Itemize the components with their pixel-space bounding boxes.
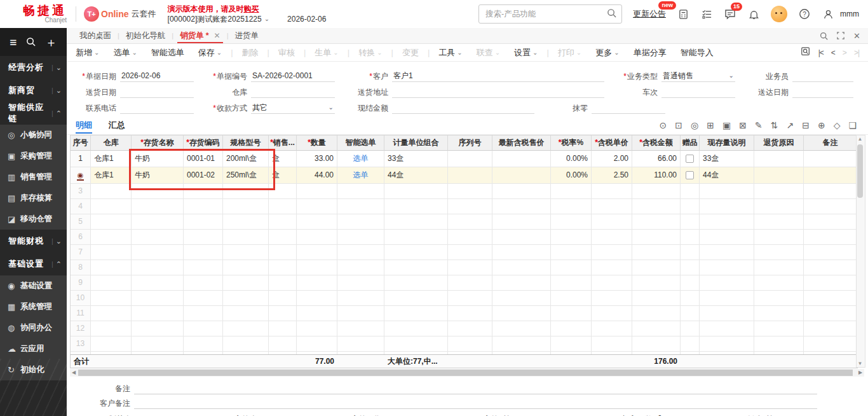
column-header[interactable]: 备注 [804, 135, 857, 151]
search-icon[interactable] [607, 8, 616, 20]
chevron-down-icon[interactable]: ⌄ [329, 102, 334, 113]
form-field-input[interactable]: SA-2026-02-0001 [251, 70, 335, 82]
table-cell[interactable] [804, 151, 857, 167]
gift-checkbox[interactable] [686, 171, 694, 179]
column-header[interactable]: 序号 [71, 135, 91, 151]
table-cell[interactable]: 66.00 [632, 151, 681, 167]
column-header[interactable]: 计量单位组合 [384, 135, 448, 151]
table-cell[interactable]: 牛奶 [132, 167, 184, 184]
toolbar-button-14[interactable]: 单据分享 [634, 47, 667, 59]
column-header[interactable]: *含税单价 [592, 135, 632, 151]
column-header[interactable]: 仓库 [91, 135, 132, 151]
sidebar-item[interactable]: ◪移动仓管 [0, 209, 67, 230]
sidebar-item[interactable]: ◎小畅协同 [0, 125, 67, 146]
footer-field-value[interactable]: 0 [656, 413, 720, 416]
add-menu-icon[interactable]: ＋ [45, 36, 57, 48]
form-field-input[interactable]: 2026-02-06 [120, 70, 194, 82]
form-field-select[interactable]: 其它⌄ [251, 102, 335, 114]
toolbar-button-3[interactable]: 保存⌄ [198, 47, 222, 59]
export-grid-icon[interactable]: ⊟ [802, 121, 810, 130]
table-cell[interactable] [681, 167, 700, 184]
table-cell[interactable]: 44.00 [297, 167, 337, 184]
table-cell[interactable]: 110.00 [632, 167, 681, 184]
horizontal-scroll-thumb[interactable] [78, 370, 853, 376]
form-field-input[interactable] [792, 86, 853, 98]
vertical-scrollbar[interactable]: ▲ ▼ [856, 135, 865, 368]
tab-3[interactable]: 进货单 [230, 28, 264, 43]
scan-bulb-icon[interactable]: ⊡ [675, 121, 682, 130]
table-cell[interactable]: 33盒 [384, 151, 448, 167]
footer-field-value[interactable] [781, 413, 865, 416]
table-cell[interactable]: 44盒 [384, 167, 448, 184]
global-search-input[interactable] [484, 9, 607, 19]
column-header[interactable]: 序列号 [448, 135, 492, 151]
column-header[interactable]: 智能选单 [337, 135, 384, 151]
delete-row-icon[interactable]: ⊠ [739, 121, 747, 130]
column-header[interactable]: 赠品 [681, 135, 700, 151]
table-cell[interactable] [448, 151, 492, 167]
tab-fullscreen-icon[interactable] [837, 31, 844, 41]
sidebar-group-2[interactable]: 智能供应链|⌃ [0, 102, 67, 125]
document-search-icon[interactable] [801, 46, 811, 59]
toolbar-button-15[interactable]: 智能导入 [681, 47, 714, 59]
customer-remark-input[interactable] [134, 398, 817, 409]
add-layout-icon[interactable]: ⊕ [818, 121, 825, 130]
pager-button-1[interactable]: < [831, 48, 835, 57]
vertical-scroll-thumb[interactable] [857, 144, 863, 198]
pager-button-0[interactable]: |< [818, 48, 824, 57]
tab-2[interactable]: 销货单*✕ [175, 28, 225, 43]
account-chevron-icon[interactable]: ⌄ [264, 15, 269, 23]
table-cell[interactable]: 250ml\盒 [223, 167, 269, 184]
edit-row-icon[interactable]: ✎ [755, 121, 763, 130]
toolbar-button-9[interactable]: 工具⌄ [438, 47, 462, 59]
select-order-link[interactable]: 选单 [353, 170, 369, 179]
help-icon[interactable]: ? [798, 8, 811, 20]
table-cell[interactable]: 2.50 [592, 167, 632, 184]
row-number[interactable]: ◉ [71, 167, 91, 184]
calculator-icon[interactable] [677, 8, 689, 20]
sidebar-group-1[interactable]: 新商贸|⌄ [0, 79, 67, 102]
table-cell[interactable]: 33.00 [297, 151, 337, 167]
sidebar-item[interactable]: ▦系统管理 [0, 296, 67, 317]
messages-icon[interactable]: 15 [724, 8, 736, 20]
sidebar-item[interactable]: ▤库存核算 [0, 188, 67, 209]
scroll-up-icon[interactable]: ▲ [857, 136, 864, 142]
sidebar-search-icon[interactable] [26, 36, 36, 48]
subtab-1[interactable]: 汇总 [109, 116, 125, 134]
table-cell[interactable]: 33盒 [700, 151, 754, 167]
sidebar-group-4[interactable]: 基础设置|⌃ [0, 253, 67, 275]
trend-chart-icon[interactable]: ↗ [786, 121, 794, 130]
tab-close-all-icon[interactable]: ✕ [853, 31, 860, 41]
chevron-down-icon[interactable]: ⌄ [729, 70, 734, 81]
subtab-0[interactable]: 明细 [76, 116, 92, 134]
tab-close-icon[interactable]: ✕ [214, 31, 220, 40]
sidebar-item[interactable]: ◉基础设置 [0, 275, 67, 296]
toolbar-button-2[interactable]: 智能选单 [151, 47, 184, 59]
sidebar-item[interactable]: ▣采购管理 [0, 146, 67, 167]
horizontal-scrollbar[interactable]: ◀ ▶ [70, 369, 864, 377]
paste-row-icon[interactable]: ▣ [722, 121, 731, 130]
tab-0[interactable]: 我的桌面 [74, 28, 116, 43]
footer-field-value[interactable] [261, 413, 325, 416]
eraser-icon[interactable]: ◇ [834, 121, 841, 130]
gift-checkbox[interactable] [686, 155, 694, 163]
chevron-up-icon[interactable]: ⌃ [56, 109, 62, 118]
toolbar-button-1[interactable]: 选单⌄ [113, 47, 137, 59]
form-field-input[interactable]: 客户1 [392, 70, 604, 82]
copy-row-icon[interactable]: ⊞ [707, 121, 714, 130]
locate-row-icon[interactable]: ◎ [691, 121, 698, 130]
table-cell[interactable] [754, 167, 804, 184]
chevron-down-icon[interactable]: ⌄ [56, 64, 62, 72]
toolbar-button-11[interactable]: 设置⌄ [514, 47, 538, 59]
table-cell[interactable]: 2.00 [592, 151, 632, 167]
footer-field-value[interactable] [518, 413, 595, 416]
chevron-down-icon[interactable]: ⌄ [56, 237, 62, 246]
announcement-link[interactable]: 更新公告 new [633, 8, 666, 20]
table-cell[interactable]: 200ml\盒 [223, 151, 269, 167]
table-cell[interactable]: 0.00% [551, 151, 592, 167]
table-cell[interactable] [754, 151, 804, 167]
form-field-input[interactable] [661, 86, 735, 98]
chevron-down-icon[interactable]: ⌄ [56, 87, 62, 95]
table-cell[interactable] [804, 167, 857, 184]
account-selector[interactable]: [000002]测试账套20251225 [168, 15, 262, 24]
